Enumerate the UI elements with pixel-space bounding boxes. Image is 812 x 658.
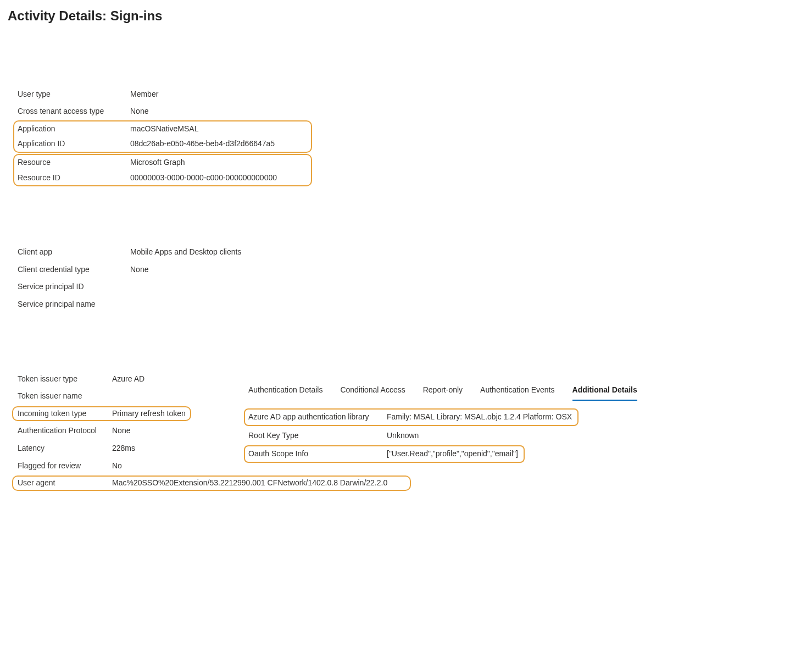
- value-resource-id: 00000003-0000-0000-c000-000000000000: [130, 173, 277, 184]
- tab-authentication-details[interactable]: Authentication Details: [248, 385, 322, 401]
- label-application: Application: [18, 124, 130, 135]
- value-resource: Microsoft Graph: [130, 157, 185, 168]
- tab-conditional-access[interactable]: Conditional Access: [340, 385, 405, 401]
- tab-report-only[interactable]: Report-only: [423, 385, 463, 401]
- label-auth-library: Azure AD app authentication library: [248, 412, 387, 423]
- label-resource-id: Resource ID: [18, 173, 130, 184]
- row-client-app: Client app Mobile Apps and Desktop clien…: [18, 244, 804, 261]
- label-issuer-type: Token issuer type: [18, 374, 112, 385]
- row-resource-id: Resource ID 00000003-0000-0000-c000-0000…: [18, 170, 308, 186]
- additional-details-panel: Azure AD app authentication library Fami…: [248, 408, 804, 463]
- value-client-app: Mobile Apps and Desktop clients: [130, 247, 241, 258]
- page-title: Activity Details: Sign-ins: [8, 7, 804, 25]
- right-panel: Authentication Details Conditional Acces…: [248, 371, 804, 464]
- label-resource: Resource: [18, 157, 130, 168]
- value-cross-tenant: None: [130, 106, 148, 117]
- tabs: Authentication Details Conditional Acces…: [248, 385, 804, 401]
- label-cross-tenant: Cross tenant access type: [18, 106, 130, 117]
- row-application: Application macOSNativeMSAL: [18, 121, 308, 137]
- row-application-id: Application ID 08dc26ab-e050-465e-beb4-d…: [18, 136, 308, 152]
- token-section: Token issuer type Azure AD Token issuer …: [18, 371, 226, 475]
- label-application-id: Application ID: [18, 139, 130, 150]
- row-auth-proto: Authentication Protocol None: [18, 422, 226, 440]
- highlight-incoming-token: Incoming token type Primary refresh toke…: [12, 406, 191, 422]
- value-issuer-type: Azure AD: [112, 374, 144, 385]
- value-auth-proto: None: [112, 425, 130, 436]
- label-cred-type: Client credential type: [18, 264, 130, 275]
- label-user-agent: User agent: [18, 478, 112, 489]
- highlight-auth-library: Azure AD app authentication library Fami…: [244, 408, 579, 426]
- highlight-oauth-scope: Oauth Scope Info ["User.Read","profile",…: [244, 445, 525, 463]
- row-user-type: User type Member: [18, 86, 804, 103]
- value-root-key: Unknown: [387, 430, 419, 441]
- highlight-user-agent: User agent Mac%20SSO%20Extension/53.2212…: [12, 475, 411, 491]
- value-flagged: No: [112, 461, 122, 472]
- row-resource: Resource Microsoft Graph: [18, 155, 308, 170]
- row-user-agent: User agent Mac%20SSO%20Extension/53.2212…: [18, 478, 405, 489]
- row-incoming-token: Incoming token type Primary refresh toke…: [18, 408, 186, 419]
- value-auth-library: Family: MSAL Library: MSAL.objc 1.2.4 Pl…: [387, 412, 572, 423]
- value-incoming-token: Primary refresh token: [112, 408, 186, 419]
- row-root-key: Root Key Type Unknown: [248, 427, 804, 445]
- row-issuer-name: Token issuer name: [18, 388, 226, 405]
- row-sp-id: Service principal ID: [18, 278, 804, 296]
- row-auth-library: Azure AD app authentication library Fami…: [248, 412, 572, 423]
- user-agent-section: User agent Mac%20SSO%20Extension/53.2212…: [18, 475, 804, 491]
- label-flagged: Flagged for review: [18, 461, 112, 472]
- row-cross-tenant: Cross tenant access type None: [18, 103, 804, 120]
- label-auth-proto: Authentication Protocol: [18, 425, 112, 436]
- value-user-type: Member: [130, 89, 158, 100]
- label-root-key: Root Key Type: [248, 430, 387, 441]
- tab-additional-details[interactable]: Additional Details: [572, 385, 637, 401]
- label-oauth-scope: Oauth Scope Info: [248, 449, 387, 460]
- label-latency: Latency: [18, 443, 112, 454]
- label-user-type: User type: [18, 89, 130, 100]
- label-incoming-token: Incoming token type: [18, 408, 112, 419]
- highlight-resource: Resource Microsoft Graph Resource ID 000…: [13, 154, 312, 186]
- basic-section: User type Member Cross tenant access typ…: [18, 86, 804, 187]
- row-oauth-scope: Oauth Scope Info ["User.Read","profile",…: [248, 449, 518, 460]
- highlight-application: Application macOSNativeMSAL Application …: [13, 120, 312, 153]
- tab-authentication-events[interactable]: Authentication Events: [480, 385, 554, 401]
- label-sp-id: Service principal ID: [18, 281, 130, 292]
- label-client-app: Client app: [18, 247, 130, 258]
- value-latency: 228ms: [112, 443, 135, 454]
- client-section: Client app Mobile Apps and Desktop clien…: [18, 244, 804, 313]
- row-latency: Latency 228ms: [18, 440, 226, 457]
- value-oauth-scope: ["User.Read","profile","openid","email"]: [387, 449, 518, 460]
- row-issuer-type: Token issuer type Azure AD: [18, 371, 226, 388]
- value-user-agent: Mac%20SSO%20Extension/53.2212990.001 CFN…: [112, 478, 387, 489]
- value-application: macOSNativeMSAL: [130, 124, 198, 135]
- label-sp-name: Service principal name: [18, 299, 130, 310]
- label-issuer-name: Token issuer name: [18, 391, 112, 402]
- value-cred-type: None: [130, 264, 148, 275]
- row-cred-type: Client credential type None: [18, 261, 804, 279]
- row-sp-name: Service principal name: [18, 296, 804, 313]
- row-flagged: Flagged for review No: [18, 457, 226, 475]
- value-application-id: 08dc26ab-e050-465e-beb4-d3f2d66647a5: [130, 139, 275, 150]
